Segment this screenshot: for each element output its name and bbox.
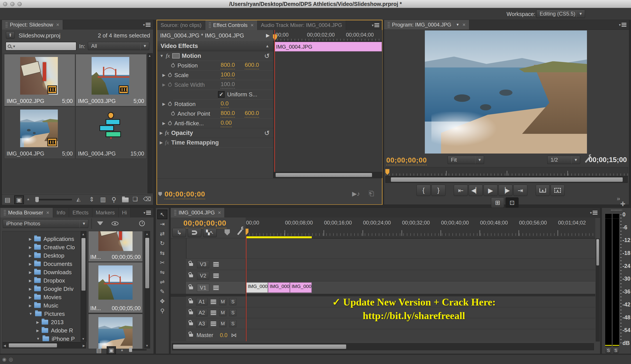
tree-v-scrollbar[interactable]: ▲ ▼ bbox=[81, 231, 86, 342]
tab-sequence[interactable]: IMG_0004.JPG × bbox=[171, 208, 225, 218]
twirl-open-icon[interactable]: ▼ bbox=[36, 337, 40, 341]
scroll-up-icon[interactable]: ▲ bbox=[82, 232, 85, 236]
lift-button[interactable]: ▲ bbox=[536, 185, 550, 196]
track-v3[interactable]: V3 bbox=[186, 258, 595, 270]
track-v1-label[interactable]: V1 bbox=[197, 284, 209, 292]
timeline-timecode[interactable]: 00;00;00;00 bbox=[183, 219, 226, 228]
program-timecode[interactable]: 00;00;00;00 bbox=[386, 156, 427, 165]
tree-item-music[interactable]: ▶Music bbox=[3, 301, 86, 310]
export-icon[interactable]: ⎗ bbox=[369, 190, 374, 197]
track-lock-icon[interactable] bbox=[189, 286, 193, 289]
timeline-clip-2[interactable]: IMG_0004.JPG bbox=[268, 282, 290, 293]
tree-item-adobe[interactable]: ▶Adobe R bbox=[3, 326, 86, 335]
tool-track-select[interactable]: ⇥ bbox=[157, 219, 167, 229]
scroll-down-icon[interactable]: ▼ bbox=[82, 337, 85, 340]
workspace-dropdown[interactable]: Editing (CS5.5) ▼ bbox=[536, 10, 585, 18]
marker-icon[interactable] bbox=[225, 229, 230, 236]
twirl-open-icon[interactable]: ▼ bbox=[157, 54, 164, 58]
collapse-icon[interactable]: ▲ bbox=[265, 44, 273, 48]
timeline-h-scrollbar[interactable] bbox=[172, 343, 594, 350]
anti-flicker-value[interactable]: 0.00 bbox=[221, 119, 232, 127]
time-remapping-row[interactable]: ▶ fx Time Remapping bbox=[157, 138, 273, 148]
show-video-toggle-icon[interactable]: ▶ bbox=[266, 33, 273, 38]
mute-button[interactable]: M bbox=[219, 298, 226, 305]
tool-hand[interactable]: ✥ bbox=[157, 296, 167, 306]
tab-info[interactable]: Info bbox=[53, 208, 69, 218]
track-lock-icon[interactable] bbox=[189, 263, 193, 266]
solo-button[interactable]: S bbox=[229, 309, 236, 316]
chevron-down-icon[interactable]: ▼ bbox=[453, 23, 459, 27]
project-item[interactable]: IMG_0004.JPG 5;00 bbox=[4, 107, 75, 159]
track-a1-label[interactable]: A1 bbox=[196, 298, 208, 306]
recent-icon[interactable] bbox=[139, 220, 145, 226]
thumbs-v-scrollbar[interactable]: ▲ ▼ bbox=[144, 231, 150, 348]
stopwatch-icon[interactable] bbox=[171, 112, 175, 116]
solo-button[interactable]: S bbox=[229, 298, 236, 305]
tree-item-movies[interactable]: ▶Movies bbox=[3, 293, 86, 301]
tree-item-documents[interactable]: ▶Documents bbox=[3, 260, 86, 268]
step-forward-button[interactable]: ▕▶ bbox=[498, 185, 512, 196]
thumb-size-slider[interactable] bbox=[129, 349, 147, 350]
program-scrollbar[interactable] bbox=[385, 176, 628, 183]
search-filter-arrow-icon[interactable]: ▼ bbox=[13, 44, 16, 48]
opacity-effect-row[interactable]: ▶ fx Opacity ↺ bbox=[157, 128, 273, 138]
stopwatch-icon[interactable] bbox=[171, 64, 175, 68]
tree-item-creative-cloud[interactable]: ▶Creative Clo bbox=[3, 243, 86, 252]
position-y-value[interactable]: 600.0 bbox=[245, 62, 259, 70]
master-fader-icon[interactable]: ⋈ bbox=[231, 332, 237, 338]
track-lock-icon[interactable] bbox=[189, 334, 193, 336]
tab-program[interactable]: Program: IMG_0004.JPG ▼ × bbox=[384, 20, 469, 30]
project-item[interactable]: IMG_0003.JPG 5;00 bbox=[76, 54, 147, 106]
tool-ripple-edit[interactable]: ⇄ bbox=[157, 229, 167, 238]
project-scrollbar[interactable]: ▲ bbox=[148, 53, 153, 194]
anchor-x-value[interactable]: 800.0 bbox=[221, 110, 235, 118]
stopwatch-icon[interactable] bbox=[168, 102, 172, 106]
motion-effect-row[interactable]: ▼ fx Motion ↺ bbox=[157, 51, 273, 61]
close-icon[interactable]: × bbox=[46, 210, 49, 216]
scroll-down-icon[interactable]: ▼ bbox=[146, 344, 149, 347]
track-lock-icon[interactable] bbox=[189, 274, 193, 277]
uniform-scale-checkbox[interactable]: ✓ bbox=[218, 91, 225, 98]
tree-item-applications[interactable]: ▶Applications bbox=[3, 235, 86, 243]
tab-source[interactable]: Source: (no clips) bbox=[157, 20, 205, 30]
close-icon[interactable]: × bbox=[218, 210, 221, 216]
scroll-right-icon[interactable]: ▶ bbox=[83, 344, 85, 347]
master-value[interactable]: 0.0 bbox=[220, 332, 227, 338]
twirl-closed-icon[interactable]: ▶ bbox=[29, 278, 32, 283]
timeline-ruler[interactable]: 00;00 00;00;08;00 00;00;16;00 00;00;24;0… bbox=[246, 218, 595, 238]
tree-h-scrollbar[interactable]: ◀ ▶ bbox=[3, 342, 86, 348]
twirl-closed-icon[interactable]: ▶ bbox=[29, 304, 32, 308]
track-master[interactable]: Master 0.0 ⋈ bbox=[186, 329, 595, 341]
track-v2-label[interactable]: V2 bbox=[197, 272, 209, 280]
icon-view-button[interactable]: ▣ bbox=[14, 195, 24, 204]
track-output-icon[interactable] bbox=[213, 285, 219, 290]
tree-item-google-drive[interactable]: ▶Google Driv bbox=[3, 285, 86, 293]
twirl-closed-icon[interactable]: ▶ bbox=[29, 287, 32, 291]
twirl-closed-icon[interactable]: ▶ bbox=[29, 262, 32, 266]
marker-icon[interactable] bbox=[158, 192, 162, 196]
track-output-icon[interactable] bbox=[211, 321, 216, 326]
tab-history[interactable]: Hi bbox=[119, 208, 131, 218]
snap-button[interactable] bbox=[188, 228, 201, 237]
video-effects-header[interactable]: Video Effects ▲ bbox=[157, 41, 273, 51]
close-icon[interactable]: × bbox=[462, 22, 466, 28]
tab-effect-controls[interactable]: Effect Controls × bbox=[205, 20, 257, 30]
track-v3-label[interactable]: V3 bbox=[197, 260, 209, 268]
panel-menu-button[interactable]: ▾ bbox=[141, 208, 154, 218]
track-lock-icon[interactable] bbox=[189, 312, 193, 314]
tree-item-dropbox[interactable]: ▶Dropbox bbox=[3, 276, 86, 285]
track-output-icon[interactable] bbox=[211, 310, 216, 315]
zoom-in-icon[interactable]: ◭ bbox=[77, 196, 81, 202]
play-button[interactable]: ▶ bbox=[483, 185, 497, 196]
track-output-icon[interactable] bbox=[211, 300, 216, 304]
mute-button[interactable]: M bbox=[219, 320, 226, 327]
program-ruler[interactable] bbox=[385, 167, 628, 176]
list-view-button[interactable]: ▤ bbox=[96, 347, 102, 354]
list-view-button[interactable]: ▤ bbox=[5, 196, 10, 204]
reset-icon[interactable]: ↺ bbox=[264, 52, 273, 60]
tab-effects[interactable]: Effects bbox=[69, 208, 92, 218]
location-dropdown[interactable]: iPhone Photos ▼ bbox=[3, 219, 88, 228]
track-v2[interactable]: V2 bbox=[186, 270, 595, 282]
trim-button[interactable]: ⊡ bbox=[505, 197, 519, 208]
work-area-bar[interactable] bbox=[246, 236, 312, 238]
